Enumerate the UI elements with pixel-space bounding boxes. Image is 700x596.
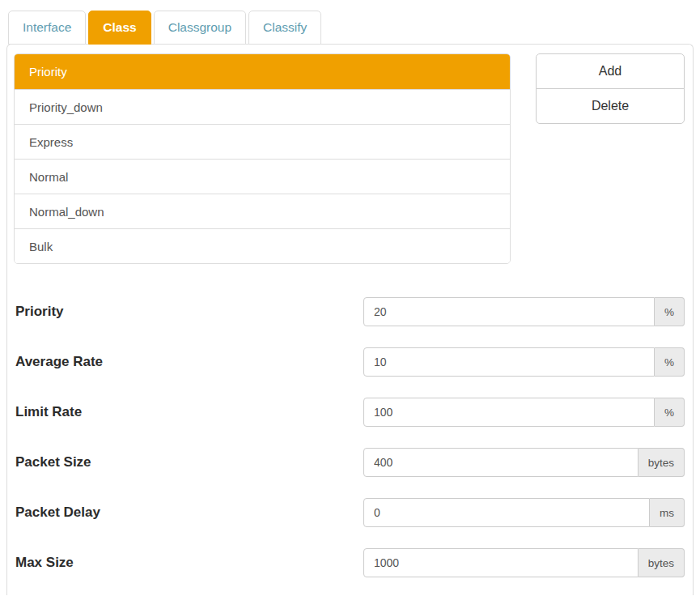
tab-content-panel: Priority Priority_down Express Normal No… (6, 44, 694, 595)
class-section: Priority Priority_down Express Normal No… (14, 53, 685, 264)
list-item-normal-down[interactable]: Normal_down (15, 194, 510, 228)
priority-input-group: % (363, 297, 685, 326)
limit-rate-label: Limit Rate (14, 404, 363, 420)
tab-classgroup[interactable]: Classgroup (154, 11, 246, 45)
max-size-unit-addon: bytes (638, 548, 685, 577)
priority-label: Priority (14, 304, 363, 320)
priority-input[interactable] (363, 297, 655, 326)
limit-rate-input[interactable] (363, 398, 655, 427)
list-actions: Add Delete (536, 53, 685, 124)
list-item-normal[interactable]: Normal (15, 159, 510, 194)
packet-size-label: Packet Size (14, 454, 363, 470)
delete-button[interactable]: Delete (536, 88, 685, 124)
form-row-packet-delay: Packet Delay ms (14, 498, 685, 527)
list-item-express[interactable]: Express (15, 124, 510, 159)
tab-interface[interactable]: Interface (8, 11, 86, 45)
average-rate-unit-addon: % (655, 347, 685, 377)
form-row-packet-size: Packet Size bytes (14, 448, 685, 477)
form-row-limit-rate: Limit Rate % (14, 398, 685, 427)
max-size-input-group: bytes (363, 548, 685, 577)
tabs-bar: Interface Class Classgroup Classify (8, 11, 694, 45)
class-list: Priority Priority_down Express Normal No… (14, 53, 511, 264)
class-settings-form: Priority % Average Rate % Limit Rate % P… (14, 297, 685, 577)
add-button[interactable]: Add (536, 53, 685, 89)
packet-size-input[interactable] (363, 448, 638, 477)
packet-delay-input[interactable] (363, 498, 650, 527)
list-item-priority-down[interactable]: Priority_down (15, 89, 510, 124)
packet-size-input-group: bytes (363, 448, 685, 477)
max-size-label: Max Size (14, 555, 363, 571)
average-rate-input-group: % (363, 347, 685, 377)
max-size-input[interactable] (363, 548, 638, 577)
limit-rate-unit-addon: % (655, 398, 685, 427)
list-item-bulk[interactable]: Bulk (15, 228, 510, 263)
limit-rate-input-group: % (363, 398, 685, 427)
form-row-average-rate: Average Rate % (14, 347, 685, 377)
tab-classify[interactable]: Classify (248, 11, 321, 45)
form-row-max-size: Max Size bytes (14, 548, 685, 577)
packet-delay-input-group: ms (363, 498, 685, 527)
tab-class[interactable]: Class (88, 11, 151, 45)
average-rate-input[interactable] (363, 347, 655, 377)
packet-delay-label: Packet Delay (14, 504, 363, 521)
packet-size-unit-addon: bytes (638, 448, 685, 477)
form-row-priority: Priority % (14, 297, 685, 326)
priority-unit-addon: % (655, 297, 685, 326)
packet-delay-unit-addon: ms (650, 498, 685, 527)
average-rate-label: Average Rate (14, 354, 363, 370)
list-item-priority[interactable]: Priority (15, 54, 510, 89)
